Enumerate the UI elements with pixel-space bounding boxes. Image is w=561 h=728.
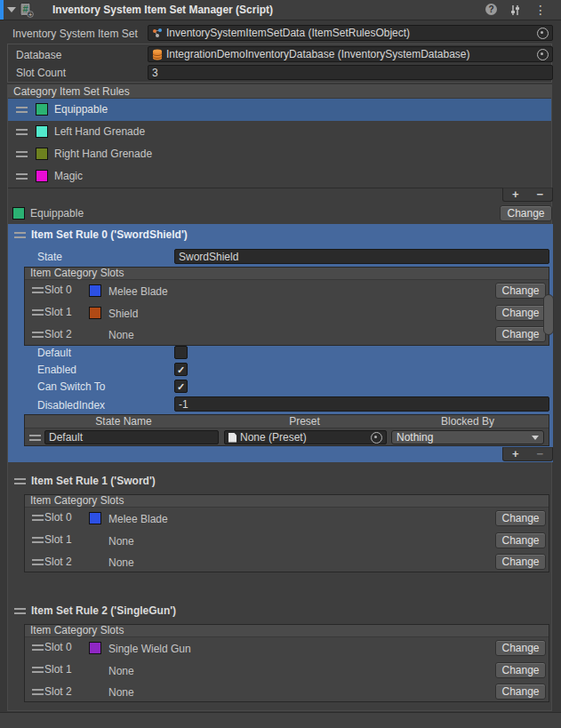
drag-handle-icon[interactable] xyxy=(32,689,44,695)
drag-handle-icon[interactable] xyxy=(32,667,44,673)
category-label: Equippable xyxy=(54,103,108,116)
script-icon: # + xyxy=(20,3,34,20)
disabled-index-label: DisabledIndex xyxy=(37,399,105,412)
change-category-button[interactable]: Change xyxy=(500,205,552,221)
foldout-arrow-icon[interactable] xyxy=(7,7,16,12)
preset-value: None (Preset) xyxy=(240,431,367,444)
slot-row: Slot 0 Melee Blade Change xyxy=(24,508,549,530)
slots-title: Item Category Slots xyxy=(30,494,124,508)
drag-handle-icon[interactable] xyxy=(16,129,28,135)
drag-handle-icon[interactable] xyxy=(14,608,26,614)
slot-row: Slot 1 None Change xyxy=(24,660,549,682)
drag-handle-icon[interactable] xyxy=(32,537,44,543)
slot-label: Slot 0 xyxy=(44,641,72,654)
default-toggle-label: Default xyxy=(37,347,71,360)
column-state-name: State Name xyxy=(25,415,222,428)
state-table-footer: + − xyxy=(502,447,553,461)
add-state-button[interactable]: + xyxy=(503,448,528,460)
presets-icon[interactable] xyxy=(509,4,521,19)
category-label: Magic xyxy=(54,170,83,183)
dropdown-arrow-icon xyxy=(532,436,539,440)
slot-item-name: Single Wield Gun xyxy=(108,643,191,656)
change-slot-button[interactable]: Change xyxy=(495,305,546,321)
drag-handle-icon[interactable] xyxy=(32,644,44,651)
change-slot-button[interactable]: Change xyxy=(495,662,546,678)
rule-0-slots-header: Item Category Slots xyxy=(25,268,549,280)
object-picker-icon[interactable] xyxy=(371,432,382,444)
category-row-left-hand-grenade[interactable]: Left Hand Grenade xyxy=(8,121,551,143)
change-slot-button[interactable]: Change xyxy=(495,554,546,570)
svg-text:+: + xyxy=(28,12,32,18)
blocked-by-dropdown[interactable]: Nothing xyxy=(391,430,544,444)
category-color-swatch xyxy=(36,170,48,182)
state-label: State xyxy=(37,251,62,264)
category-rules-header: Category Item Set Rules xyxy=(8,85,551,99)
state-input[interactable]: SwordShield xyxy=(174,249,549,264)
rule-2-title: Item Set Rule 2 ('SingleGun') xyxy=(31,604,176,618)
database-value: IntegrationDemoInventoryDatabase (Invent… xyxy=(166,48,533,60)
slot-color-swatch xyxy=(89,284,101,297)
slot-label: Slot 1 xyxy=(44,306,72,319)
drag-handle-icon[interactable] xyxy=(14,478,26,484)
slot-item-name: None xyxy=(108,665,134,678)
remove-state-button[interactable]: − xyxy=(528,448,553,460)
remove-category-button[interactable]: − xyxy=(528,188,553,201)
drag-handle-icon[interactable] xyxy=(16,107,28,113)
list-divider xyxy=(8,188,551,188)
disabled-index-input[interactable]: -1 xyxy=(174,396,549,412)
category-rules-title: Category Item Set Rules xyxy=(13,85,130,99)
inspector-bottom-strip xyxy=(0,712,561,728)
drag-handle-icon[interactable] xyxy=(32,559,44,565)
category-color-swatch xyxy=(36,148,48,160)
add-category-button[interactable]: + xyxy=(503,188,528,201)
slot-row: Slot 2 None Change xyxy=(24,682,549,701)
preset-file-icon xyxy=(228,433,236,443)
can-switch-to-checkbox[interactable]: ✓ xyxy=(174,380,188,393)
slot-label: Slot 1 xyxy=(44,663,72,676)
change-slot-button[interactable]: Change xyxy=(495,532,546,548)
change-slot-button[interactable]: Change xyxy=(495,684,546,700)
slot-item-name: None xyxy=(108,329,134,342)
change-slot-button[interactable]: Change xyxy=(495,326,546,342)
change-slot-button[interactable]: Change xyxy=(495,640,546,656)
drag-handle-icon[interactable] xyxy=(32,515,44,521)
database-object-field[interactable]: IntegrationDemoInventoryDatabase (Invent… xyxy=(148,46,553,62)
rule-2-slots-header: Item Category Slots xyxy=(25,625,549,637)
selected-category-label: Equippable xyxy=(30,207,84,220)
slot-label: Slot 2 xyxy=(44,556,72,569)
category-row-magic[interactable]: Magic xyxy=(8,165,551,188)
object-picker-icon[interactable] xyxy=(537,49,549,60)
enabled-checkbox[interactable]: ✓ xyxy=(174,363,188,376)
column-blocked-by: Blocked By xyxy=(387,415,549,428)
slot-item-name: None xyxy=(108,686,134,700)
drag-handle-icon[interactable] xyxy=(32,309,44,316)
drag-handle-icon[interactable] xyxy=(16,151,28,157)
category-list-footer: + − xyxy=(502,188,553,202)
scrollbar-thumb[interactable] xyxy=(543,294,554,335)
slots-title: Item Category Slots xyxy=(30,267,124,280)
object-picker-icon[interactable] xyxy=(537,28,549,39)
drag-handle-icon[interactable] xyxy=(29,435,41,441)
category-row-right-hand-grenade[interactable]: Right Hand Grenade xyxy=(8,143,551,165)
slot-row: Slot 0 Single Wield Gun Change xyxy=(24,637,549,660)
drag-handle-icon[interactable] xyxy=(16,173,28,180)
change-slot-button[interactable]: Change xyxy=(495,510,546,526)
change-slot-button[interactable]: Change xyxy=(495,283,546,299)
drag-handle-icon[interactable] xyxy=(32,287,44,293)
slot-row: Slot 1 Shield Change xyxy=(24,302,549,324)
state-name-input[interactable]: Default xyxy=(44,430,219,444)
slot-item-name: Shield xyxy=(108,308,138,321)
slot-count-input[interactable]: 3 xyxy=(148,65,553,80)
item-set-object-field[interactable]: InventorySystemItemSetData (ItemSetRules… xyxy=(148,25,553,41)
can-switch-to-toggle-label: Can Switch To xyxy=(37,380,105,394)
slot-row: Slot 1 None Change xyxy=(24,530,549,552)
preset-object-field[interactable]: None (Preset) xyxy=(224,430,387,444)
category-row-equippable[interactable]: Equippable xyxy=(8,99,551,121)
category-color-swatch xyxy=(36,103,48,116)
drag-handle-icon[interactable] xyxy=(14,232,26,238)
item-set-data-icon xyxy=(152,28,163,38)
kebab-menu-icon[interactable]: ⋮ xyxy=(534,4,547,16)
help-icon[interactable]: ? xyxy=(485,4,497,15)
default-checkbox[interactable] xyxy=(174,346,188,359)
drag-handle-icon[interactable] xyxy=(32,332,44,338)
